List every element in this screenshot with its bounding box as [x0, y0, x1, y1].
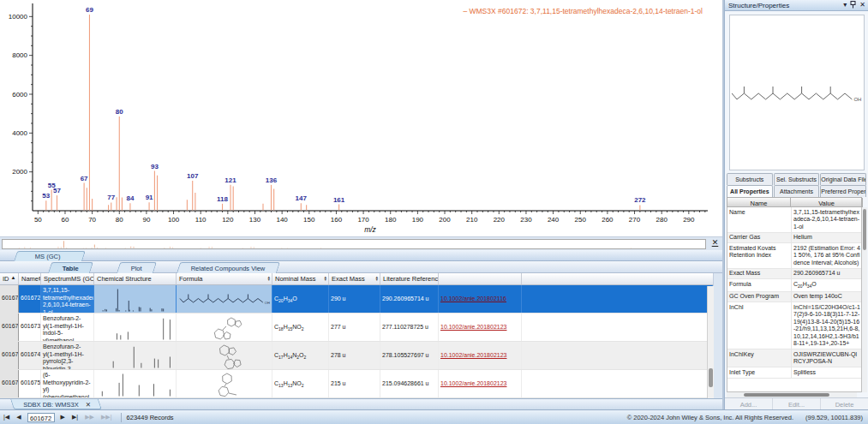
cell-exact-mass[interactable]: 215.094628661 u — [380, 370, 439, 397]
chevron-down-icon[interactable]: ▾ — [843, 1, 847, 9]
close-icon[interactable]: ✕ — [859, 1, 865, 9]
mass-spectrum-plot[interactable]: 2000400060008000100005060708090100110120… — [0, 0, 722, 237]
last-page-button[interactable]: ▶▶| — [98, 414, 116, 421]
tab-substructs[interactable]: Substructs — [727, 173, 773, 185]
cell-spectrum[interactable] — [94, 370, 177, 397]
next-page-button[interactable]: ▶▶ — [81, 414, 98, 421]
tab-plot[interactable]: Plot — [117, 262, 157, 273]
svg-text:272: 272 — [634, 196, 646, 204]
property-row[interactable]: Carrier GasHelium — [727, 233, 861, 244]
current-record-input[interactable]: 601672 — [27, 413, 55, 422]
property-grid-header-value[interactable]: Value — [791, 198, 863, 207]
property-row[interactable]: Exact Mass290.260965714 u — [727, 269, 861, 280]
table-row[interactable]: 60167601674Benzofuran-2-yl(1-methyl-1H-p… — [0, 342, 713, 370]
cell-nominal-mass[interactable]: 277 u — [329, 314, 380, 341]
scrollbar-thumb[interactable] — [863, 209, 866, 250]
table-vertical-scrollbar[interactable] — [707, 286, 714, 398]
cell-nominal-mass[interactable]: 290 u — [329, 285, 380, 313]
first-record-button[interactable]: |◀ — [0, 414, 13, 421]
delete-button[interactable]: Delete — [821, 398, 868, 409]
cell-structure[interactable] — [177, 342, 272, 369]
cell-structure[interactable] — [177, 370, 272, 397]
close-overview-icon[interactable]: ✕ — [709, 238, 721, 249]
cell-name[interactable]: (6-Methoxypyridin-2-yl)(phenyl)methanol — [41, 370, 94, 397]
cell-id[interactable]: 601674 — [19, 342, 41, 369]
tab-table[interactable]: Table — [48, 262, 93, 273]
cell-exact-mass[interactable]: 290.260965714 u — [380, 285, 439, 313]
property-row[interactable]: InChIKeyOJISWRZIEWCUBN-QIRCYJPOSA-N — [727, 349, 861, 367]
tab-attachments[interactable]: Attachments — [774, 185, 820, 197]
property-row[interactable]: Inlet TypeSplitless — [727, 367, 861, 379]
property-row[interactable]: InChIInChI=1S/C20H34O/c1-17(2)9-6-10-18(… — [727, 302, 861, 349]
cell-id[interactable]: 601672 — [19, 285, 41, 313]
next-record-button[interactable]: ▶ — [57, 414, 69, 421]
cell-formula[interactable]: C20H34O — [272, 285, 329, 313]
column-header-nominal-mass[interactable]: Nominal Mass▴▾ — [272, 273, 329, 284]
column-header-filler[interactable] — [439, 273, 522, 284]
cell-name[interactable]: 3,7,11,15-tetramethylhexadeca-2,6,10,14-… — [41, 285, 94, 313]
column-header-name[interactable]: Name▴▾ — [19, 273, 41, 284]
cell-formula[interactable]: C18H15NO2 — [272, 314, 329, 341]
property-value: 3,7,11,15-tetramethylhexadeca-2,6,10,14-… — [791, 207, 862, 232]
tab-sel-substructs[interactable]: Sel. Substructs — [774, 173, 820, 185]
scrollbar-thumb[interactable] — [709, 368, 713, 387]
cell-exact-mass[interactable]: 277.110278725 u — [380, 314, 439, 341]
tab-ms-gc[interactable]: MS (GC) — [14, 251, 85, 261]
bottom-status-bar: |◀ ◀ 601672 ▶ ▶| ▶▶ ▶▶| 623449 Records ©… — [0, 409, 868, 424]
tab-preferred-properties[interactable]: Preferred Properties — [820, 185, 866, 197]
cell-doi[interactable]: 10.1002/anie.201802123 — [439, 314, 522, 341]
cell-exact-mass[interactable]: 278.105527697 u — [380, 342, 439, 369]
property-row[interactable]: Name3,7,11,15-tetramethylhexadeca-2,6,10… — [727, 207, 861, 233]
last-record-button[interactable]: ▶| — [69, 414, 81, 421]
structure-viewer[interactable]: OH — [729, 15, 865, 170]
cell-structure[interactable]: OH — [177, 285, 272, 313]
cell-spectrum[interactable] — [94, 342, 177, 369]
add-button[interactable]: Add... — [725, 398, 773, 409]
cell-formula[interactable]: C17H14N2O2 — [272, 342, 329, 369]
cell-formula[interactable]: C13H13NO2 — [272, 370, 329, 397]
column-header-id[interactable]: ID▲ — [0, 273, 19, 284]
cell-spectrum[interactable] — [94, 285, 177, 313]
cell-structure[interactable] — [177, 314, 272, 341]
svg-text:84: 84 — [126, 194, 134, 202]
doi-link[interactable]: 10.1002/anie.201802123 — [440, 324, 506, 330]
svg-text:50: 50 — [34, 216, 42, 224]
cell-doi[interactable]: 10.1002/anie.201802116 — [439, 285, 522, 313]
column-header-doi[interactable]: Literature Reference DOI▴▾ — [380, 273, 439, 284]
cell-spectrum[interactable] — [94, 314, 177, 341]
doi-link[interactable]: 10.1002/anie.201802116 — [440, 296, 506, 302]
doi-link[interactable]: 10.1002/anie.201802123 — [440, 380, 506, 386]
edit-button[interactable]: Edit... — [773, 398, 821, 409]
table-row[interactable]: 60167601675(6-Methoxypyridin-2-yl)(pheny… — [0, 370, 713, 398]
property-row[interactable]: Estimated Kovats Retention Index2192 (Es… — [727, 243, 861, 269]
property-row[interactable]: FormulaC20H34O — [727, 279, 861, 292]
cell-id[interactable]: 601675 — [19, 370, 41, 397]
property-grid-vertical-scrollbar[interactable] — [862, 207, 867, 392]
tab-sdbx-db[interactable]: SDBX DB: WMS3X✕ — [10, 399, 102, 409]
table-row[interactable]: 60167601673Benzofuran-2-yl(1-methyl-1H-i… — [0, 314, 713, 342]
previous-record-button[interactable]: ◀ — [13, 414, 24, 421]
column-header-exact-mass[interactable]: Exact Mass▴▾ — [329, 273, 380, 284]
doi-link[interactable]: 10.1002/anie.201802123 — [440, 352, 506, 358]
column-header-formula[interactable]: Formula▴▾ — [177, 273, 272, 284]
property-grid-header-name[interactable]: Name — [727, 198, 791, 207]
spectrum-overview-strip[interactable] — [2, 239, 706, 249]
property-row[interactable]: GC Oven ProgramOven temp 140oC — [727, 292, 861, 303]
cell-nominal-mass[interactable]: 278 u — [329, 342, 380, 369]
cell-name[interactable]: Benzofuran-2-yl(1-methyl-1H-indol-5-yl)m… — [41, 314, 94, 341]
cell-doi[interactable]: 10.1002/anie.201802123 — [439, 370, 522, 397]
svg-text:90: 90 — [142, 216, 150, 224]
column-header-spectrum[interactable]: SpectrumMS (GC)▶ — [41, 273, 94, 284]
scrollbar-thumb[interactable] — [744, 393, 829, 397]
pin-icon[interactable] — [850, 1, 856, 9]
cell-doi[interactable]: 10.1002/anie.201802123 — [439, 342, 522, 369]
tab-original-data-files[interactable]: Original Data Files — [820, 173, 866, 185]
cell-nominal-mass[interactable]: 215 u — [329, 370, 380, 397]
table-row[interactable]: 601676016723,7,11,15-tetramethylhexadeca… — [0, 285, 713, 314]
cell-id[interactable]: 601673 — [19, 314, 41, 341]
close-db-tab-icon[interactable]: ✕ — [86, 401, 91, 409]
tab-all-properties[interactable]: All Properties — [727, 185, 773, 197]
tab-related-compounds-view[interactable]: Related Compounds View — [177, 262, 280, 273]
cell-name[interactable]: Benzofuran-2-yl(1-methyl-1H-pyrrolo[2,3-… — [41, 342, 94, 369]
column-header-chemical-structure[interactable]: Chemical Structure — [94, 273, 177, 284]
